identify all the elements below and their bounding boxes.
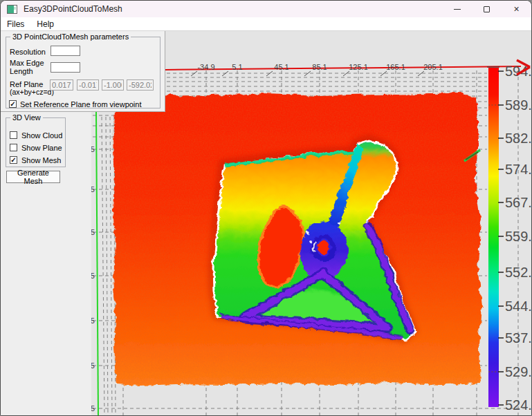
- app-window: 594. 589. 582. 574. 567. 559. 552. 544. …: [0, 0, 532, 416]
- ref-plane-formula: (ax+by+cz=d): [10, 88, 54, 96]
- colorbar-gradient: [488, 68, 499, 407]
- x-axis-label: 165.1: [386, 63, 405, 71]
- view-options-panel: 3D View Show Cloud Show Plane ✓ Show Mes…: [1, 115, 70, 170]
- center-hole: [315, 240, 329, 254]
- show-mesh-label: Show Mesh: [21, 156, 61, 164]
- window-controls: ×: [442, 1, 531, 17]
- parameters-panel: 3D PointCloudToMesh parameters Resolutio…: [1, 31, 165, 112]
- maximize-button[interactable]: [472, 1, 502, 17]
- colorbar-label: 537.: [505, 330, 532, 346]
- max-edge-label: Max Edge Length: [10, 59, 48, 75]
- show-cloud-label: Show Cloud: [21, 131, 62, 140]
- resolution-label: Resolution: [10, 48, 46, 56]
- maximize-icon: [484, 6, 490, 12]
- colorbar-label: 589.: [505, 97, 532, 113]
- resolution-input[interactable]: [51, 46, 80, 56]
- max-edge-input[interactable]: [51, 62, 80, 73]
- minimize-button[interactable]: [442, 1, 472, 17]
- colorbar-label: 582.: [505, 131, 532, 146]
- colorbar-label: 524.: [505, 397, 532, 413]
- ref-plane-a-field[interactable]: [50, 79, 73, 91]
- close-button[interactable]: ×: [502, 1, 531, 17]
- show-mesh-checkbox[interactable]: ✓: [10, 156, 17, 164]
- colorbar-label: 559.: [505, 229, 532, 244]
- set-reference-plane-checkbox[interactable]: ✓: [9, 100, 17, 108]
- window-title: Easy3DPointCloudToMesh: [24, 4, 122, 14]
- ref-plane-b-field[interactable]: [77, 79, 99, 91]
- ref-plane-c-field[interactable]: [102, 79, 124, 91]
- menu-bar: Files Help: [1, 17, 531, 31]
- colorbar-label: 544.: [505, 299, 532, 314]
- minimize-icon: [454, 9, 461, 10]
- close-icon: ×: [513, 4, 519, 14]
- app-icon: [7, 5, 17, 14]
- colorbar-label: 574.: [505, 162, 532, 177]
- colorbar-label: 567.: [505, 195, 532, 210]
- colorbar-label: 552.: [505, 265, 532, 280]
- menu-item-files[interactable]: Files: [1, 18, 30, 30]
- parameters-group-title: 3D PointCloudToMesh parameters: [10, 32, 131, 41]
- ref-plane-d-field[interactable]: [127, 79, 154, 91]
- x-axis-label: 85.1: [312, 63, 327, 71]
- menu-item-help[interactable]: Help: [30, 18, 60, 30]
- x-axis-label: 45.1: [274, 63, 288, 71]
- x-axis-label: 5.1: [232, 63, 242, 71]
- x-axis-label: 125.1: [349, 63, 368, 71]
- show-cloud-checkbox[interactable]: [10, 131, 17, 139]
- show-plane-checkbox[interactable]: [10, 144, 17, 151]
- view-group-title: 3D View: [10, 113, 43, 122]
- title-bar: Easy3DPointCloudToMesh ×: [1, 1, 531, 17]
- set-reference-plane-label: Set Reference Plane from viewpoint: [20, 100, 141, 108]
- x-axis-label: -34.9: [197, 63, 214, 71]
- colorbar-label: 529.: [505, 364, 532, 379]
- generate-mesh-button[interactable]: Generate Mesh: [6, 171, 60, 183]
- x-axis-label: 205.1: [423, 63, 443, 71]
- show-plane-label: Show Plane: [21, 144, 62, 152]
